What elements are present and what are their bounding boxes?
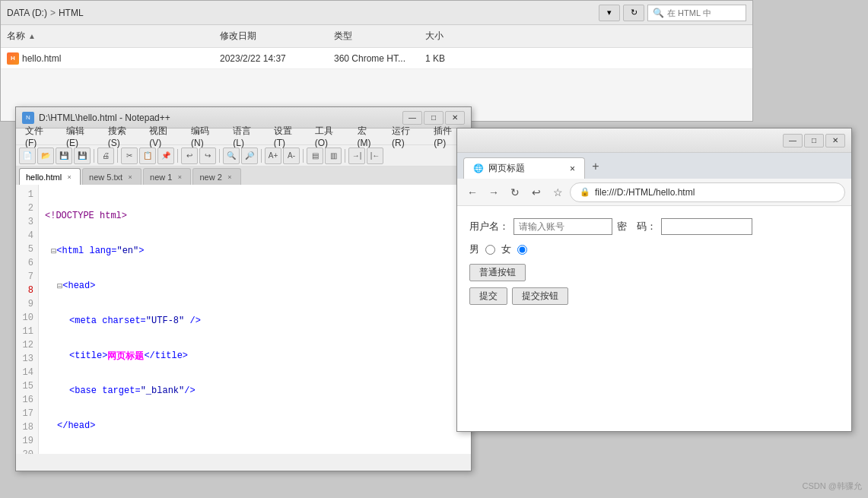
maximize-btn[interactable]: □ xyxy=(424,111,444,125)
tb-new[interactable]: 📄 xyxy=(19,147,36,164)
tb-view1[interactable]: ▤ xyxy=(307,147,323,164)
browser-new-tab-btn[interactable]: + xyxy=(585,157,606,176)
tab-new1-close[interactable]: × xyxy=(175,173,184,182)
normal-btn-row: 普通按钮 xyxy=(469,264,839,281)
path-drive[interactable]: DATA (D:) xyxy=(7,8,47,18)
line-num-6: 6 xyxy=(21,256,33,270)
tab-hello-html-close[interactable]: × xyxy=(65,173,74,182)
browser-back-btn[interactable]: ← xyxy=(463,183,482,201)
browser-close-btn[interactable]: ✕ xyxy=(825,134,845,147)
tb-find[interactable]: 🔍 xyxy=(223,147,240,164)
menu-run[interactable]: 运行(R) xyxy=(386,128,426,144)
code-line-3: ⊟ <head> xyxy=(45,279,465,293)
tab-hello-html-label: hello.html xyxy=(26,173,62,182)
line-num-9: 9 xyxy=(21,297,33,311)
tb-cut[interactable]: ✂ xyxy=(121,147,138,164)
tb-open[interactable]: 📂 xyxy=(37,147,54,164)
form-username-row: 用户名： 密 码： xyxy=(469,218,839,235)
notepad-window: N D:\HTML\hello.html - Notepad++ — □ ✕ 文… xyxy=(15,106,472,471)
tb-redo[interactable]: ↪ xyxy=(199,147,216,164)
tb-view2[interactable]: ▥ xyxy=(325,147,342,164)
menu-view[interactable]: 视图(V) xyxy=(143,128,183,144)
address-bar[interactable]: 🔒 file:///D:/HTML/hello.html xyxy=(570,182,845,202)
line-num-7: 7 xyxy=(21,270,33,284)
tb-save[interactable]: 💾 xyxy=(56,147,72,164)
browser-tab-active[interactable]: 🌐 网页标题 × xyxy=(463,157,585,179)
menu-lang[interactable]: 语言(L) xyxy=(227,128,265,144)
menu-search[interactable]: 搜索(S) xyxy=(102,128,142,144)
password-input[interactable] xyxy=(661,218,752,235)
col-date-header[interactable]: 修改日期 xyxy=(220,30,334,43)
line-num-13: 13 xyxy=(21,352,33,366)
col-size-header[interactable]: 大小 xyxy=(425,30,486,43)
gender-radio-group: 男 女 xyxy=(469,243,839,256)
dropdown-btn[interactable]: ▾ xyxy=(599,5,620,21)
close-btn[interactable]: ✕ xyxy=(445,111,465,125)
browser-window: — □ ✕ 🌐 网页标题 × + ← → ↻ ↩ ☆ 🔒 file:///D:/… xyxy=(456,128,852,432)
submit-button-1[interactable]: 提交 xyxy=(469,287,507,305)
tb-sep5 xyxy=(261,149,262,163)
menu-tools[interactable]: 工具(O) xyxy=(309,128,350,144)
html-file-icon: H xyxy=(7,52,19,65)
refresh-btn[interactable]: ↻ xyxy=(623,5,644,21)
code-area[interactable]: 1 2 3 4 5 6 7 8 9 10 11 12 13 14 15 16 1… xyxy=(16,185,471,454)
browser-maximize-btn[interactable]: □ xyxy=(804,134,824,147)
file-size: 1 KB xyxy=(425,53,486,64)
file-name-col: H hello.html xyxy=(7,52,220,65)
tb-undo[interactable]: ↩ xyxy=(181,147,198,164)
browser-star-btn[interactable]: ☆ xyxy=(548,183,567,201)
line-num-5: 5 xyxy=(21,243,33,256)
menu-encode[interactable]: 编码(N) xyxy=(185,128,225,144)
path-folder[interactable]: HTML xyxy=(59,8,84,18)
tab-new5[interactable]: new 5.txt × xyxy=(82,168,141,185)
tb-sep6 xyxy=(303,149,304,163)
menu-edit[interactable]: 编辑(E) xyxy=(60,128,100,144)
explorer-path: DATA (D:) > HTML xyxy=(7,8,593,18)
col-name-header[interactable]: 名称 ▲ xyxy=(7,30,220,43)
female-radio[interactable] xyxy=(517,245,527,255)
tb-save-all[interactable]: 💾 xyxy=(74,147,91,164)
code-line-4: <meta charset="UTF-8" /> xyxy=(45,314,465,328)
username-input[interactable] xyxy=(513,218,612,235)
browser-minimize-btn[interactable]: — xyxy=(783,134,803,147)
normal-button[interactable]: 普通按钮 xyxy=(469,264,526,281)
tab-new5-close[interactable]: × xyxy=(126,173,135,182)
tb-findnext[interactable]: 🔎 xyxy=(241,147,258,164)
submit-button-2[interactable]: 提交按钮 xyxy=(512,287,568,305)
browser-tab-close[interactable]: × xyxy=(570,163,575,174)
file-row[interactable]: H hello.html 2023/2/22 14:37 360 Chrome … xyxy=(1,48,752,69)
tab-new2-close[interactable]: × xyxy=(225,173,234,182)
col-type-header[interactable]: 类型 xyxy=(334,30,425,43)
browser-undo-btn[interactable]: ↩ xyxy=(527,183,545,201)
tb-indent-less[interactable]: |← xyxy=(367,147,383,164)
tb-sep3 xyxy=(177,149,178,163)
code-line-5: <title>网页标题</title> xyxy=(45,349,465,363)
tab-hello-html[interactable]: hello.html × xyxy=(19,168,81,185)
tb-indent-more[interactable]: →| xyxy=(348,147,365,164)
menu-file[interactable]: 文件(F) xyxy=(19,128,59,144)
tb-zoom-out[interactable]: A- xyxy=(283,147,300,164)
tb-zoom-in[interactable]: A+ xyxy=(265,147,281,164)
search-icon: 🔍 xyxy=(653,8,664,18)
tab-new1[interactable]: new 1 × xyxy=(143,168,191,185)
search-input[interactable] xyxy=(667,8,741,17)
minimize-btn[interactable]: — xyxy=(402,111,422,125)
file-name: hello.html xyxy=(22,53,61,64)
browser-forward-btn[interactable]: → xyxy=(485,183,503,201)
tab-new2[interactable]: new 2 × xyxy=(192,168,240,185)
submit-btn-row: 提交 提交按钮 xyxy=(469,287,839,305)
menu-settings[interactable]: 设置(T) xyxy=(268,128,307,144)
male-radio[interactable] xyxy=(485,245,495,255)
line-num-15: 15 xyxy=(21,379,33,393)
username-label: 用户名： xyxy=(469,220,509,233)
line-num-18: 18 xyxy=(21,420,33,434)
browser-refresh-btn[interactable]: ↻ xyxy=(506,183,524,201)
line-num-12: 12 xyxy=(21,338,33,352)
tb-paste[interactable]: 📌 xyxy=(157,147,174,164)
tab-new1-label: new 1 xyxy=(150,173,172,182)
code-content[interactable]: <!DOCTYPE html> ⊟ <html lang="en"> ⊟ <he… xyxy=(39,185,471,454)
tb-copy[interactable]: 📋 xyxy=(139,147,156,164)
tb-print[interactable]: 🖨 xyxy=(97,147,114,164)
menu-macro[interactable]: 宏(M) xyxy=(351,128,384,144)
line-num-19: 19 xyxy=(21,434,33,448)
